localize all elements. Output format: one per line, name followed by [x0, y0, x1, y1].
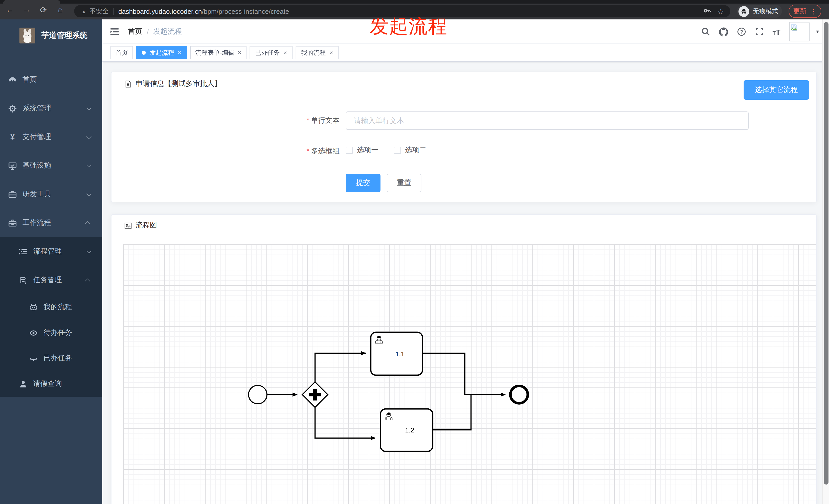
tab-label: 已办任务	[255, 48, 280, 57]
sidebar-item-label: 基础设施	[23, 161, 51, 170]
avatar-caret-down-icon[interactable]: ▼	[815, 29, 820, 34]
active-tab-dot	[142, 51, 146, 55]
tab-my-processes[interactable]: 我的流程 ×	[296, 46, 338, 59]
tab-form-edit[interactable]: 流程表单-编辑 ×	[190, 46, 247, 59]
tab-label: 我的流程	[301, 48, 326, 57]
card-divider	[111, 237, 816, 237]
bookmark-star-icon[interactable]: ☆	[717, 7, 724, 15]
sidebar-item-my-processes[interactable]: 我的流程	[0, 295, 102, 320]
url-divider	[113, 8, 114, 15]
font-size-icon[interactable]: TT	[773, 28, 781, 36]
broken-image-icon	[791, 24, 799, 31]
start-event[interactable]	[249, 385, 267, 404]
required-mark: *	[307, 116, 310, 124]
user-task-1-1[interactable]: 1.1	[371, 332, 423, 375]
user-task-1-2[interactable]: 1.2	[381, 409, 433, 451]
breadcrumb-home[interactable]: 首页	[128, 27, 142, 36]
sidebar-item-label: 首页	[23, 75, 37, 84]
tab-label: 流程表单-编辑	[195, 48, 234, 57]
password-key-icon[interactable]	[703, 6, 711, 16]
page-title-annotation: 发起流程	[370, 17, 447, 36]
app-window: 芋道管理系统 首页 系统管理 ¥	[0, 20, 829, 504]
sidebar-item-dev-tools[interactable]: 研发工具	[0, 180, 102, 208]
sidebar-item-label: 我的流程	[43, 303, 72, 312]
scrollbar-thumb[interactable]	[824, 22, 828, 484]
close-icon[interactable]: ×	[329, 49, 333, 56]
submit-button[interactable]: 提交	[346, 174, 381, 192]
sidebar-item-system[interactable]: 系统管理	[0, 94, 102, 123]
sidebar-item-workflow[interactable]: 工作流程	[0, 208, 102, 237]
github-icon[interactable]	[719, 27, 728, 36]
browser-active-tab[interactable]	[3, 0, 60, 4]
help-icon[interactable]: ?	[737, 27, 746, 36]
flow-gateway-to-task11	[315, 353, 366, 382]
sidebar-logo[interactable]: 芋道管理系统	[0, 20, 102, 51]
sidebar-item-task-management[interactable]: 任务管理	[0, 266, 102, 295]
sidebar-item-label: 支付管理	[23, 132, 51, 142]
chevron-up-icon	[85, 221, 90, 226]
sidebar-item-label: 研发工具	[23, 190, 51, 199]
checkbox-label[interactable]: 选项二	[405, 146, 427, 155]
task-label: 1.1	[395, 350, 404, 358]
forward-icon[interactable]: →	[21, 4, 32, 15]
breadcrumb: 首页 / 发起流程	[128, 20, 182, 44]
home-icon[interactable]: ⌂	[55, 4, 66, 15]
select-other-process-button[interactable]: 选择其它流程	[744, 80, 809, 100]
screen: ← → ⟳ ⌂ ▲ 不安全 dashboard.yudao.iocoder.cn…	[0, 0, 829, 504]
chevron-up-icon	[85, 278, 90, 283]
sidebar-item-leave-query[interactable]: 请假查询	[0, 371, 102, 397]
field-label-single-line: *单行文本	[111, 116, 339, 125]
close-icon[interactable]: ×	[178, 49, 181, 56]
eye-closed-icon	[29, 354, 38, 363]
close-icon[interactable]: ×	[283, 49, 287, 56]
tags-view-bar: 首页 发起流程 × 流程表单-编辑 × 已办任务 × 我的流程 ×	[102, 44, 829, 62]
sidebar-item-infrastructure[interactable]: 基础设施	[0, 151, 102, 180]
sidebar-item-label: 请假查询	[33, 379, 62, 388]
not-secure-warning-icon: ▲	[81, 8, 86, 14]
url-path: /bpm/process-instance/create	[202, 7, 289, 15]
sidebar-item-label: 已办任务	[43, 354, 72, 363]
reset-button[interactable]: 重置	[387, 174, 422, 192]
incognito-label: 无痕模式	[753, 7, 779, 15]
scrollbar-track[interactable]	[822, 20, 829, 504]
field-label-checkbox-group: *多选框组	[111, 147, 339, 156]
reload-icon[interactable]: ⟳	[38, 4, 49, 15]
sidebar-collapse-icon[interactable]	[109, 27, 120, 37]
tab-done-tasks[interactable]: 已办任务 ×	[250, 46, 292, 59]
breadcrumb-current: 发起流程	[153, 27, 182, 36]
update-button[interactable]: 更新 ⋮	[789, 5, 821, 18]
bpmn-canvas[interactable]: 1.1 1.2	[123, 244, 816, 504]
robot-icon	[29, 303, 38, 312]
chevron-down-icon	[86, 248, 92, 253]
sidebar-item-home[interactable]: 首页	[0, 66, 102, 94]
close-icon[interactable]: ×	[238, 49, 241, 56]
tab-label: 发起流程	[150, 48, 174, 57]
sidebar-item-todo-tasks[interactable]: 待办任务	[0, 320, 102, 346]
tab-home[interactable]: 首页	[110, 46, 133, 59]
sidebar-item-label: 流程管理	[33, 247, 62, 256]
flow-task11-to-end	[423, 353, 505, 395]
sidebar-item-label: 任务管理	[33, 275, 62, 285]
chevron-down-icon	[86, 162, 92, 167]
search-icon[interactable]	[701, 27, 710, 36]
checkbox-label[interactable]: 选项一	[357, 146, 379, 155]
end-event[interactable]	[510, 386, 528, 403]
tab-start-process[interactable]: 发起流程 ×	[136, 46, 187, 59]
checkbox-option-2[interactable]	[394, 147, 401, 154]
single-line-text-input[interactable]	[346, 111, 749, 130]
checkbox-option-1[interactable]	[346, 147, 353, 154]
briefcase-icon	[8, 219, 17, 227]
sidebar-menu: 首页 系统管理 ¥ 支付管理	[0, 66, 102, 397]
browser-menu-icon[interactable]: ⋮	[810, 7, 817, 15]
sidebar-item-done-tasks[interactable]: 已办任务	[0, 346, 102, 371]
url-bar[interactable]: ▲ 不安全 dashboard.yudao.iocoder.cn /bpm/pr…	[74, 5, 730, 17]
breadcrumb-separator: /	[147, 28, 149, 36]
fullscreen-icon[interactable]	[755, 27, 764, 36]
avatar[interactable]	[789, 22, 809, 41]
sidebar-item-payment[interactable]: ¥ 支付管理	[0, 123, 102, 151]
header-actions: ? TT ▼	[701, 20, 820, 44]
sidebar-item-process-management[interactable]: 流程管理	[0, 237, 102, 266]
application-info-card: 申请信息【测试多审批人】 选择其它流程 *单行文本 *多选框组 选项一 选项二 …	[111, 72, 817, 202]
yen-icon: ¥	[8, 133, 17, 141]
back-icon[interactable]: ←	[4, 4, 15, 15]
